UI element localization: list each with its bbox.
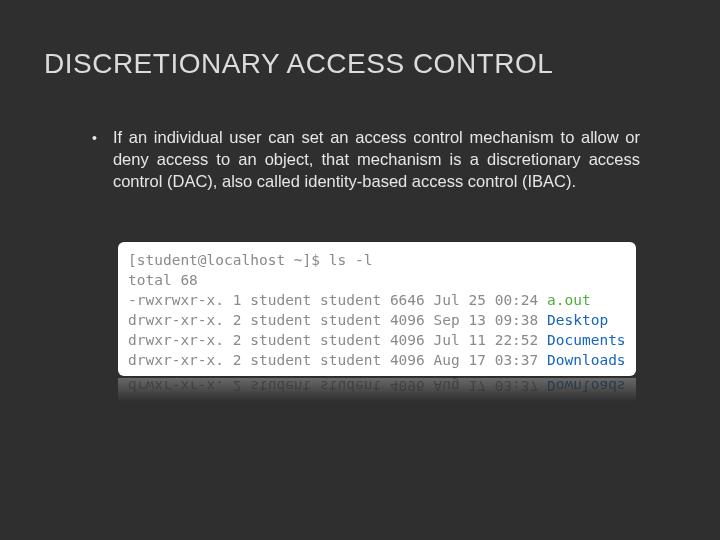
slide-title: DISCRETIONARY ACCESS CONTROL (44, 48, 680, 80)
slide: DISCRETIONARY ACCESS CONTROL • If an ind… (0, 0, 720, 540)
terminal-screenshot: [student@localhost ~]$ ls -l total 68 -r… (118, 242, 636, 404)
terminal-body: [student@localhost ~]$ ls -l total 68 -r… (118, 242, 636, 376)
bullet-text: If an individual user can set an access … (113, 126, 640, 192)
terminal-reflection: drwxr-xr-x. 2 student student 4096 Aug 1… (118, 378, 636, 404)
bullet-dot-icon: • (92, 127, 97, 149)
bullet-item: • If an individual user can set an acces… (92, 126, 640, 192)
